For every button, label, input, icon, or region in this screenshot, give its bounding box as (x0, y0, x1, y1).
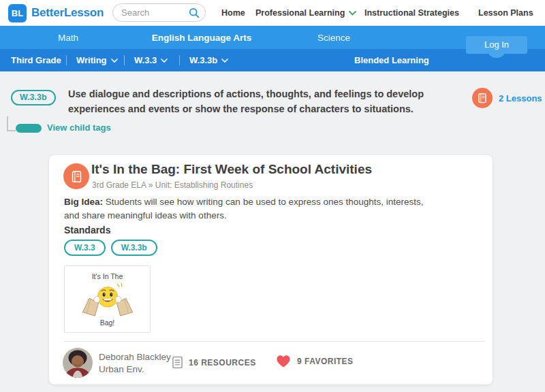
author-name: Deborah Blackley (99, 351, 171, 363)
standard-code-pill[interactable]: W.3.3b (11, 90, 56, 105)
nav-professional-learning[interactable]: Professional Learning (255, 8, 356, 18)
search-icon[interactable] (189, 7, 200, 18)
nav-lesson-plans[interactable]: Lesson Plans (478, 8, 533, 18)
brand-name[interactable]: BetterLesson (31, 6, 104, 20)
nav-instructional-strategies-label: Instructional Strategies (364, 8, 459, 18)
lessons-count-badge[interactable]: 2 Lessons (472, 88, 542, 108)
author-avatar[interactable] (63, 348, 93, 378)
nav-home[interactable]: Home (221, 8, 245, 18)
breadcrumb-divider (179, 55, 180, 65)
lesson-card: It's In the Bag: First Week of School Ac… (49, 155, 493, 385)
main-content: W.3.3b Use dialogue and descriptions of … (0, 71, 545, 392)
view-child-tags-label[interactable]: View child tags (47, 122, 111, 133)
chevron-down-icon (221, 59, 228, 63)
smiley-with-bags-image (76, 282, 139, 316)
standard-description: Use dialogue and descriptions of actions… (68, 86, 477, 116)
tab-english-language-arts[interactable]: English Language Arts (134, 33, 270, 43)
nav-instructional-strategies[interactable]: Instructional Strategies (364, 8, 459, 18)
author-affiliation: Urban Env. (99, 363, 171, 376)
chevron-down-icon (349, 11, 356, 16)
favorites-count[interactable]: 9 FAVORITES (276, 355, 354, 368)
nav-lesson-plans-label: Lesson Plans (478, 8, 533, 18)
top-header: BL BetterLesson Home Professional Learni… (0, 0, 545, 26)
favorites-label: 9 FAVORITES (297, 357, 354, 366)
resources-label: 16 RESOURCES (189, 358, 256, 368)
breadcrumb-divider (66, 55, 67, 65)
betterlesson-logo-icon[interactable]: BL (8, 4, 27, 22)
tab-math[interactable]: Math (0, 33, 136, 43)
search-input[interactable] (121, 7, 186, 18)
breadcrumb-blended-learning-label: Blended Learning (354, 55, 429, 65)
big-idea-text: Students will see how writing can be use… (64, 197, 424, 220)
breadcrumb-w33[interactable]: W.3.3 (134, 55, 168, 65)
breadcrumb-writing[interactable]: Writing (76, 55, 118, 65)
thumbnail-text-bottom: Bag! (100, 318, 115, 327)
breadcrumb-w33-label: W.3.3 (134, 55, 157, 65)
lesson-thumbnail[interactable]: It's In The (64, 265, 151, 333)
lessons-clipboard-icon (472, 88, 493, 108)
breadcrumb-writing-label: Writing (76, 55, 107, 65)
subject-tab-bar: Math English Language Arts Science Log I… (0, 26, 545, 49)
breadcrumb-w33b[interactable]: W.3.3b (189, 55, 228, 65)
lesson-title[interactable]: It's In the Bag: First Week of School Ac… (91, 162, 372, 177)
author-info[interactable]: Deborah Blackley Urban Env. (99, 351, 171, 376)
standards-heading: Standards (64, 225, 110, 235)
nav-home-label: Home (221, 8, 245, 18)
card-footer-divider (64, 341, 485, 342)
breadcrumb-bar: Third Grade Writing W.3.3 W.3.3b Blended… (0, 49, 545, 71)
lessons-count-label: 2 Lessons (499, 93, 542, 103)
chevron-down-icon (111, 59, 118, 63)
breadcrumb-w33b-label: W.3.3b (189, 55, 217, 65)
breadcrumb-blended-learning[interactable]: Blended Learning (354, 55, 429, 65)
lesson-clipboard-icon (63, 163, 89, 189)
standard-pill-w33b[interactable]: W.3.3b (111, 240, 157, 256)
breadcrumb-third-grade-label: Third Grade (11, 55, 61, 65)
heart-icon (276, 355, 291, 368)
betterlesson-page: BL BetterLesson Home Professional Learni… (0, 0, 545, 392)
tab-science[interactable]: Science (272, 33, 395, 43)
thumbnail-text-top: It's In The (92, 272, 123, 280)
search-box[interactable] (112, 3, 206, 22)
standard-pill-w33[interactable]: W.3.3 (64, 240, 106, 256)
logo-text: BL (12, 8, 23, 18)
big-idea: Big Idea: Students will see how writing … (64, 195, 490, 223)
resources-document-icon (172, 356, 183, 369)
view-child-tags-toggle[interactable] (16, 124, 42, 133)
breadcrumb-third-grade[interactable]: Third Grade (11, 55, 61, 65)
resources-count[interactable]: 16 RESOURCES (172, 356, 256, 369)
chevron-down-icon (161, 59, 168, 63)
child-tag-connector-line (7, 116, 16, 131)
lesson-subtitle: 3rd Grade ELA » Unit: Establishing Routi… (92, 180, 253, 190)
nav-professional-learning-label: Professional Learning (255, 8, 345, 18)
big-idea-label: Big Idea: (64, 197, 103, 207)
standards-pills: W.3.3 W.3.3b (64, 240, 157, 256)
login-button[interactable]: Log In (466, 36, 527, 54)
breadcrumb-divider (124, 55, 125, 65)
